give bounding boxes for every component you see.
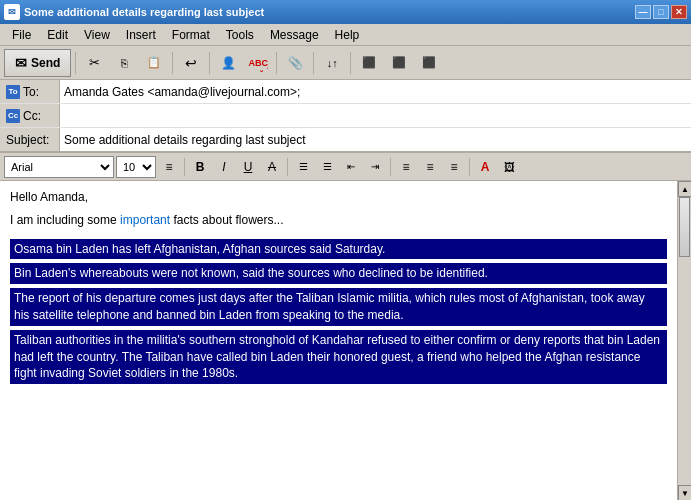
- toolbar-separator-4: [276, 52, 277, 74]
- toolbar-separator-3: [209, 52, 210, 74]
- unordered-list-icon: ☰: [299, 161, 308, 172]
- spellcheck-button[interactable]: ABC: [244, 49, 272, 77]
- to-input[interactable]: [60, 80, 691, 103]
- spellcheck-icon: ABC: [249, 54, 267, 72]
- strikethrough-button[interactable]: A: [261, 156, 283, 178]
- attach-icon: 📎: [286, 54, 304, 72]
- minimize-button[interactable]: —: [635, 5, 651, 19]
- align-center-icon: ≡: [402, 160, 409, 174]
- menu-insert[interactable]: Insert: [118, 26, 164, 44]
- title-bar: ✉ Some additional details regarding last…: [0, 0, 691, 24]
- font-select[interactable]: Arial Times New Roman Courier New: [4, 156, 114, 178]
- ordered-list-button[interactable]: ☰: [316, 156, 338, 178]
- menu-edit[interactable]: Edit: [39, 26, 76, 44]
- intro-colored: important: [120, 213, 170, 227]
- fmt-sep-3: [390, 158, 391, 176]
- indent-decrease-icon: ⇤: [347, 161, 355, 172]
- send-button[interactable]: ✉ Send: [4, 49, 71, 77]
- subject-row: Subject:: [0, 128, 691, 152]
- menu-file[interactable]: File: [4, 26, 39, 44]
- maximize-button[interactable]: □: [653, 5, 669, 19]
- cc-row: Cc Cc:: [0, 104, 691, 128]
- italic-button[interactable]: I: [213, 156, 235, 178]
- unordered-list-button[interactable]: ☰: [292, 156, 314, 178]
- cc-icon: Cc: [6, 109, 20, 123]
- fmt-sep-2: [287, 158, 288, 176]
- attach-button[interactable]: 📎: [281, 49, 309, 77]
- copy-button[interactable]: ⎘: [110, 49, 138, 77]
- strikethrough-icon: A: [268, 160, 276, 174]
- bold-icon: B: [196, 160, 205, 174]
- main-toolbar: ✉ Send ✂ ⎘ 📋 ↩ 👤 ABC 📎 ↓↑ ⬛ ⬛ ⬛: [0, 46, 691, 80]
- italic-icon: I: [222, 160, 225, 174]
- app-icon: ✉: [4, 4, 20, 20]
- menu-tools[interactable]: Tools: [218, 26, 262, 44]
- icon-2: ⬛: [390, 54, 408, 72]
- align-center-button[interactable]: ≡: [395, 156, 417, 178]
- ordered-list-icon: ☰: [323, 161, 332, 172]
- indent-decrease-button[interactable]: ⇤: [340, 156, 362, 178]
- to-label: To To:: [0, 80, 60, 103]
- toolbar-separator-2: [172, 52, 173, 74]
- scroll-down-button[interactable]: ▼: [678, 485, 691, 500]
- menu-message[interactable]: Message: [262, 26, 327, 44]
- window-title: Some additional details regarding last s…: [24, 6, 264, 18]
- underline-icon: U: [244, 160, 253, 174]
- intro-line: I am including some important facts abou…: [10, 212, 667, 229]
- font-size-select[interactable]: 10 12 14: [116, 156, 156, 178]
- header-fields: To To: Cc Cc: Subject:: [0, 80, 691, 153]
- underline-button[interactable]: U: [237, 156, 259, 178]
- menu-view[interactable]: View: [76, 26, 118, 44]
- paragraph-3: The report of his departure comes just d…: [10, 288, 667, 326]
- undo-button[interactable]: ↩: [177, 49, 205, 77]
- align-justify-icon: ≡: [450, 160, 457, 174]
- priority-icon: ↓↑: [323, 54, 341, 72]
- menu-format[interactable]: Format: [164, 26, 218, 44]
- greeting-text: Hello Amanda,: [10, 189, 667, 206]
- send-label: Send: [31, 56, 60, 70]
- btn-1[interactable]: ⬛: [355, 49, 383, 77]
- close-button[interactable]: ✕: [671, 5, 687, 19]
- toolbar-separator-6: [350, 52, 351, 74]
- title-bar-left: ✉ Some additional details regarding last…: [4, 4, 264, 20]
- menu-bar: File Edit View Insert Format Tools Messa…: [0, 24, 691, 46]
- cut-button[interactable]: ✂: [80, 49, 108, 77]
- paragraph-4: Taliban authorities in the militia's sou…: [10, 330, 667, 384]
- scroll-up-button[interactable]: ▲: [678, 181, 691, 197]
- intro-rest: facts about flowers...: [170, 213, 283, 227]
- subject-input[interactable]: [60, 128, 691, 151]
- paragraph-1: Osama bin Laden has left Afghanistan, Af…: [10, 239, 667, 260]
- align-right-button[interactable]: ≡: [419, 156, 441, 178]
- cc-label: Cc Cc:: [0, 104, 60, 127]
- image-button[interactable]: 🖼: [498, 156, 520, 178]
- image-icon: 🖼: [504, 161, 515, 173]
- bold-button[interactable]: B: [189, 156, 211, 178]
- content-area: Hello Amanda, I am including some import…: [0, 181, 691, 500]
- to-icon: To: [6, 85, 20, 99]
- font-color-button[interactable]: A: [474, 156, 496, 178]
- paragraph-2: Bin Laden's whereabouts were not known, …: [10, 263, 667, 284]
- align-left-button[interactable]: ≡: [158, 156, 180, 178]
- send-icon: ✉: [15, 55, 27, 71]
- align-right-icon: ≡: [426, 160, 433, 174]
- icon-1: ⬛: [360, 54, 378, 72]
- paste-icon: 📋: [145, 54, 163, 72]
- addressbook-button[interactable]: 👤: [214, 49, 242, 77]
- priority-button[interactable]: ↓↑: [318, 49, 346, 77]
- btn-3[interactable]: ⬛: [415, 49, 443, 77]
- format-toolbar: Arial Times New Roman Courier New 10 12 …: [0, 153, 691, 181]
- fmt-sep-1: [184, 158, 185, 176]
- font-color-icon: A: [481, 160, 490, 174]
- align-justify-button[interactable]: ≡: [443, 156, 465, 178]
- addressbook-icon: 👤: [219, 54, 237, 72]
- btn-2[interactable]: ⬛: [385, 49, 413, 77]
- cc-input[interactable]: [60, 104, 691, 127]
- intro-normal: I am including some: [10, 213, 120, 227]
- menu-help[interactable]: Help: [327, 26, 368, 44]
- to-row: To To:: [0, 80, 691, 104]
- paste-button[interactable]: 📋: [140, 49, 168, 77]
- email-body[interactable]: Hello Amanda, I am including some import…: [0, 181, 677, 500]
- scroll-thumb[interactable]: [679, 197, 690, 257]
- indent-increase-button[interactable]: ⇥: [364, 156, 386, 178]
- scrollbar: ▲ ▼: [677, 181, 691, 500]
